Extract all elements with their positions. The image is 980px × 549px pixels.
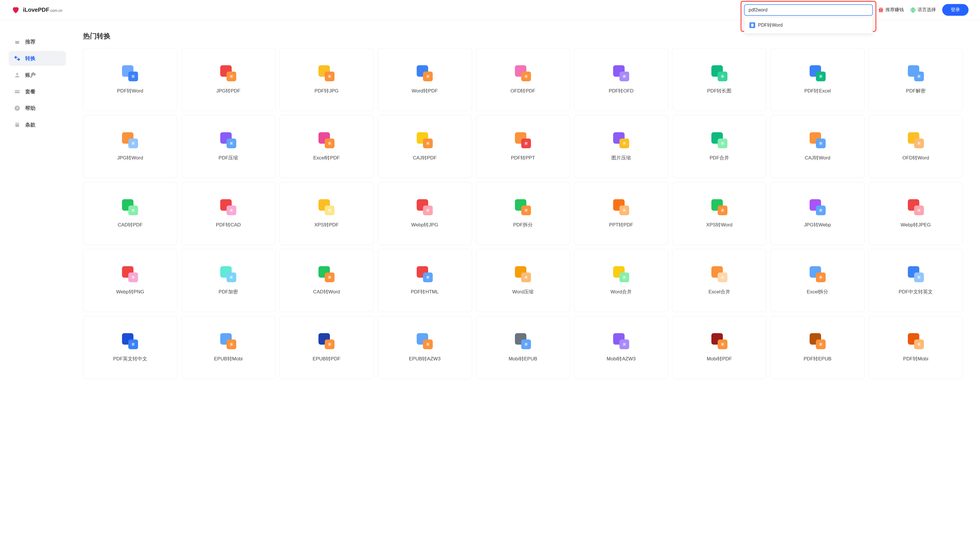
gift-icon	[878, 7, 884, 13]
login-button[interactable]: 登录	[942, 4, 969, 16]
tool-card[interactable]: Word合并	[574, 249, 668, 312]
sidebar-item-account[interactable]: 账户	[9, 68, 66, 83]
tool-card[interactable]: Mobi转AZW3	[574, 316, 668, 379]
tool-card[interactable]: EPUB转Mobi	[181, 316, 275, 379]
tool-icon	[613, 132, 629, 148]
tool-card[interactable]: PDF解密	[869, 48, 963, 111]
sidebar-item-convert[interactable]: 转换	[9, 51, 66, 66]
tool-card[interactable]: CAJ转PDF	[378, 115, 472, 178]
tool-card[interactable]: PDF拆分	[476, 182, 570, 245]
tool-card[interactable]: EPUB转AZW3	[378, 316, 472, 379]
tool-card[interactable]: PDF压缩	[181, 115, 275, 178]
tool-card[interactable]: Excel拆分	[770, 249, 865, 312]
tool-icon	[908, 65, 924, 81]
tool-card[interactable]: 图片压缩	[574, 115, 668, 178]
tool-icon	[613, 266, 629, 282]
tool-icon	[122, 132, 138, 148]
tool-label: JPG转Word	[117, 155, 143, 161]
tool-label: PDF中文转英文	[899, 289, 933, 295]
tool-icon	[318, 132, 334, 148]
sidebar-item-recommend[interactable]: 推荐	[9, 34, 66, 49]
tool-card[interactable]: Excel合并	[672, 249, 766, 312]
logo-suffix: .com.cn	[49, 8, 62, 13]
tool-card[interactable]: PDF转CAD	[181, 182, 275, 245]
tool-card[interactable]: PDF合并	[672, 115, 766, 178]
tool-icon	[908, 132, 924, 148]
tool-card[interactable]: XPS转Word	[672, 182, 766, 245]
tool-card[interactable]: PDF英文转中文	[83, 316, 177, 379]
tool-card[interactable]: Excel转PDF	[280, 115, 374, 178]
tool-label: EPUB转Mobi	[214, 355, 243, 362]
user-icon	[14, 71, 21, 78]
tool-card[interactable]: OFD转Word	[869, 115, 963, 178]
tool-icon	[220, 266, 236, 282]
tool-icon	[810, 132, 826, 148]
sidebar-item-terms[interactable]: 条款	[9, 117, 66, 132]
tool-icon	[220, 333, 236, 349]
tool-label: PDF合并	[710, 155, 729, 161]
tool-card[interactable]: PDF转长图	[672, 48, 766, 111]
tool-icon	[417, 266, 433, 282]
tool-card[interactable]: PDF转HTML	[378, 249, 472, 312]
tool-card[interactable]: JPG转Word	[83, 115, 177, 178]
tool-card[interactable]: Word转PDF	[378, 48, 472, 111]
tool-card[interactable]: PDF转Word	[83, 48, 177, 111]
tool-icon	[908, 333, 924, 349]
tool-label: PDF转EPUB	[803, 355, 831, 362]
tool-label: Mobi转EPUB	[509, 355, 537, 362]
tool-card[interactable]: OFD转PDF	[476, 48, 570, 111]
sidebar-item-help[interactable]: ?帮助	[9, 101, 66, 116]
tool-card[interactable]: XPS转PDF	[280, 182, 374, 245]
arrows-icon	[14, 55, 21, 62]
tool-label: CAJ转Word	[805, 155, 830, 161]
svg-rect-3	[881, 9, 881, 12]
tool-card[interactable]: PDF转EPUB	[770, 316, 865, 379]
logo[interactable]: iLovePDF.com.cn	[11, 6, 62, 14]
tool-card[interactable]: EPUB转PDF	[280, 316, 374, 379]
tool-card[interactable]: Webp转JPEG	[869, 182, 963, 245]
tool-icon	[417, 65, 433, 81]
gift-icon	[14, 38, 21, 45]
tool-card[interactable]: Webp转JPG	[378, 182, 472, 245]
tool-card[interactable]: PDF转JPG	[280, 48, 374, 111]
recommend-earn-label: 推荐赚钱	[886, 7, 904, 13]
tool-card[interactable]: CAJ转Word	[770, 115, 865, 178]
tool-card[interactable]: Mobi转PDF	[672, 316, 766, 379]
tool-card[interactable]: PDF转OFD	[574, 48, 668, 111]
tool-label: JPG转PDF	[216, 87, 240, 94]
tool-card[interactable]: CAD转Word	[280, 249, 374, 312]
search-suggestions: PDF转Word	[744, 17, 873, 34]
search-suggestion-item[interactable]: PDF转Word	[744, 19, 873, 31]
tool-label: PDF转HTML	[410, 289, 439, 295]
tool-label: PDF转PPT	[511, 155, 535, 161]
sidebar-item-label: 推荐	[25, 38, 35, 45]
tool-card[interactable]: CAD转PDF	[83, 182, 177, 245]
tool-card[interactable]: PDF加密	[181, 249, 275, 312]
tool-icon	[122, 333, 138, 349]
tool-card[interactable]: PDF转Excel	[770, 48, 865, 111]
tool-card[interactable]: JPG转Webp	[770, 182, 865, 245]
tool-card[interactable]: PPT转PDF	[574, 182, 668, 245]
tool-card[interactable]: PDF中文转英文	[869, 249, 963, 312]
tool-card[interactable]: PDF转PPT	[476, 115, 570, 178]
tool-icon	[122, 65, 138, 81]
tool-label: JPG转Webp	[804, 222, 831, 228]
tool-card[interactable]: JPG转PDF	[181, 48, 275, 111]
svg-point-5	[881, 8, 882, 9]
tool-card[interactable]: Word压缩	[476, 249, 570, 312]
search-input[interactable]	[744, 4, 873, 16]
tool-label: PDF加密	[218, 289, 238, 295]
tool-icon	[417, 333, 433, 349]
tool-card[interactable]: PDF转Mobi	[869, 316, 963, 379]
svg-rect-14	[16, 123, 19, 124]
recommend-earn-link[interactable]: 推荐赚钱	[878, 7, 904, 13]
tool-icon	[122, 199, 138, 215]
sidebar-item-plan[interactable]: 套餐	[9, 84, 66, 99]
language-select-link[interactable]: 语言选择	[910, 7, 936, 13]
tool-label: Word转PDF	[412, 87, 438, 94]
tool-label: Webp转JPG	[411, 222, 438, 228]
tool-card[interactable]: Mobi转EPUB	[476, 316, 570, 379]
svg-rect-0	[751, 24, 754, 27]
tool-card[interactable]: Webp转PNG	[83, 249, 177, 312]
tool-icon	[318, 65, 334, 81]
